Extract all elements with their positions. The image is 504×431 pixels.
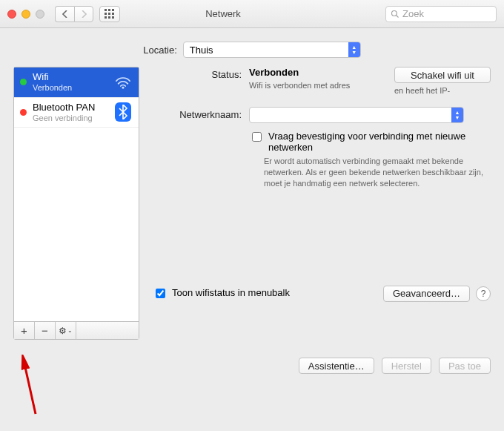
apply-button: Pas toe bbox=[439, 358, 491, 374]
advanced-button[interactable]: Geavanceerd… bbox=[383, 286, 470, 302]
revert-button: Herstel bbox=[382, 358, 431, 374]
chevron-updown-icon: ▲▼ bbox=[451, 108, 463, 122]
zoom-window-button bbox=[36, 10, 44, 19]
help-button[interactable]: ? bbox=[476, 286, 491, 301]
add-service-button[interactable]: + bbox=[14, 322, 35, 339]
status-led-icon bbox=[20, 109, 27, 116]
svg-line-10 bbox=[397, 15, 399, 17]
status-subtext: Wifi is verbonden met adres bbox=[249, 81, 382, 90]
status-led-icon bbox=[20, 79, 27, 85]
sidebar-item-wifi[interactable]: Wifi Verbonden bbox=[14, 68, 139, 98]
window-controls bbox=[7, 10, 44, 19]
sidebar-item-bluetooth-pan[interactable]: Bluetooth PAN Geen verbinding bbox=[14, 98, 139, 128]
svg-point-11 bbox=[122, 87, 125, 89]
status-label: Status: bbox=[153, 67, 242, 95]
location-value: Thuis bbox=[184, 45, 348, 56]
service-sidebar: Wifi Verbonden Bluetooth PAN Geen verbin… bbox=[13, 67, 139, 340]
location-select[interactable]: Thuis ▲▼ bbox=[183, 42, 361, 58]
remove-service-button[interactable]: − bbox=[35, 322, 56, 339]
detail-panel: Status: Verbonden Wifi is verbonden met … bbox=[153, 67, 491, 340]
network-name-label: Netwerknaam: bbox=[153, 107, 242, 123]
ask-confirmation-label: Vraag bevestiging voor verbinding met ni… bbox=[268, 131, 491, 153]
wifi-off-button[interactable]: Schakel wifi uit bbox=[394, 67, 491, 83]
bluetooth-icon bbox=[113, 102, 133, 122]
location-row: Locatie: Thuis ▲▼ bbox=[0, 28, 504, 67]
bottom-buttons: Assistentie… Herstel Pas toe bbox=[0, 347, 504, 374]
sidebar-toolbar-spacer bbox=[76, 322, 139, 339]
status-value: Verbonden bbox=[249, 67, 382, 78]
menubar-status-label: Toon wifistatus in menubalk bbox=[172, 287, 290, 298]
wifi-icon bbox=[113, 75, 133, 90]
service-name: Bluetooth PAN bbox=[33, 102, 107, 113]
ask-confirmation-checkbox[interactable]: Vraag bevestiging voor verbinding met ni… bbox=[249, 131, 491, 153]
chevron-updown-icon: ▲▼ bbox=[348, 42, 360, 57]
search-input[interactable]: Zoek bbox=[385, 6, 497, 22]
assist-button[interactable]: Assistentie… bbox=[299, 358, 374, 374]
status-subtext-right: en heeft het IP- bbox=[394, 86, 491, 95]
search-placeholder: Zoek bbox=[402, 8, 424, 19]
minimize-window-button[interactable] bbox=[21, 10, 30, 19]
ask-confirmation-help: Er wordt automatisch verbinding gemaakt … bbox=[249, 156, 491, 189]
service-actions-button[interactable]: ⚙⌄ bbox=[56, 322, 76, 339]
svg-point-9 bbox=[392, 10, 397, 16]
menubar-status-checkbox[interactable]: Toon wifistatus in menubalk bbox=[153, 287, 383, 300]
ask-confirmation-input[interactable] bbox=[252, 132, 262, 142]
titlebar: Netwerk Zoek bbox=[0, 0, 504, 28]
close-window-button[interactable] bbox=[7, 10, 16, 19]
service-status: Geen verbinding bbox=[33, 113, 107, 123]
service-name: Wifi bbox=[33, 72, 107, 83]
location-label: Locatie: bbox=[143, 45, 177, 56]
sidebar-toolbar: + − ⚙⌄ bbox=[14, 321, 139, 339]
network-name-select[interactable]: ▲▼ bbox=[249, 107, 464, 123]
window-title: Netwerk bbox=[67, 8, 379, 19]
service-status: Verbonden bbox=[33, 83, 107, 93]
menubar-status-input[interactable] bbox=[156, 289, 165, 298]
